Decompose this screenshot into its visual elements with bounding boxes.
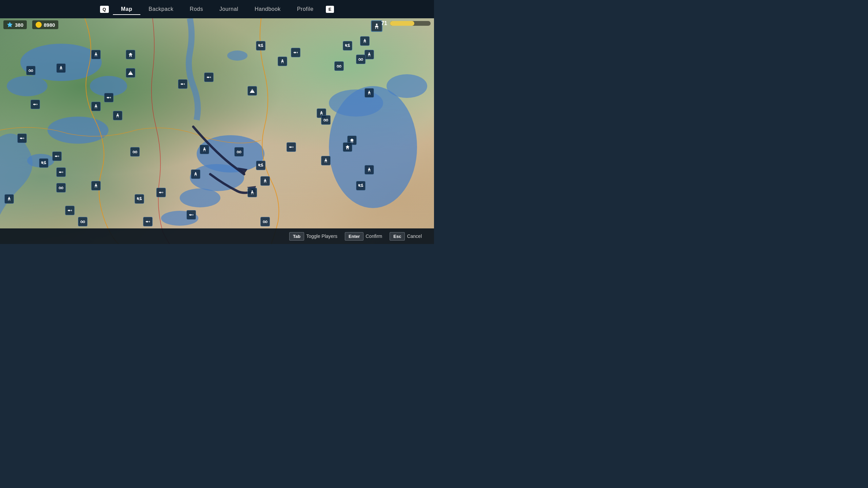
map-icon-fish-23 [186,210,196,220]
svg-point-68 [290,147,291,147]
map-icon-hiker-4 [91,102,101,111]
toggle-players-label: Toggle Players [306,233,337,239]
map-icon-hiker-37 [364,88,374,98]
map-icon-fish-46 [17,134,27,143]
svg-line-111 [253,193,253,194]
svg-point-48 [204,147,205,148]
svg-point-59 [264,179,265,180]
map-icon-binoculars-20 [234,147,244,157]
svg-line-80 [327,161,327,163]
svg-point-47 [160,192,161,192]
svg-line-103 [10,200,10,201]
svg-point-72 [208,77,209,77]
svg-rect-86 [360,185,361,186]
xp-bar-container: 71 [381,20,431,26]
svg-rect-71 [260,45,262,46]
svg-point-15 [387,74,427,98]
svg-line-44 [95,186,95,187]
svg-point-101 [8,197,9,198]
svg-point-96 [295,52,295,53]
svg-point-34 [117,114,118,115]
svg-point-76 [337,65,339,67]
svg-point-69 [324,119,326,121]
map-icon-binoculars-24 [260,217,270,226]
svg-line-95 [370,170,370,171]
svg-point-108 [83,221,85,223]
nav-rods[interactable]: Rods [182,3,211,15]
svg-point-4 [20,44,102,81]
svg-line-19 [62,69,62,70]
svg-line-90 [369,94,369,95]
svg-point-40 [60,171,61,172]
svg-point-78 [326,159,327,160]
nav-backpack[interactable]: Backpack [140,3,181,15]
svg-line-61 [266,182,266,183]
svg-point-16 [227,50,248,61]
svg-rect-58 [260,164,262,166]
svg-line-113 [364,42,364,43]
svg-point-107 [81,221,82,223]
svg-point-33 [108,97,108,98]
map-icon-binoculars-12 [56,183,66,192]
svg-point-112 [364,39,366,40]
map-icon-binoculars-9 [130,147,140,157]
svg-point-106 [21,138,22,138]
svg-line-102 [8,200,8,201]
svg-point-52 [147,221,148,222]
stars-value: 380 [15,22,23,28]
svg-line-74 [282,62,282,63]
svg-line-24 [97,55,97,57]
svg-point-21 [31,70,33,72]
map-icon-binoculars-27 [321,115,331,125]
svg-point-26 [95,104,96,105]
map-icon-cmd-35 [356,181,366,190]
nav-map[interactable]: Map [113,3,141,15]
svg-line-110 [251,193,252,194]
svg-rect-51 [138,198,140,200]
svg-point-56 [237,151,239,153]
map-background [0,18,434,244]
svg-point-77 [339,65,341,67]
svg-line-85 [370,55,370,57]
svg-point-7 [47,117,108,144]
map-icon-fish-3 [31,100,40,109]
level-number: 71 [381,20,387,26]
player-icon [371,20,382,32]
svg-line-50 [205,150,205,151]
map-icon-cmd-28 [256,41,265,50]
map-icon-fish-14 [178,79,188,89]
svg-line-27 [95,107,95,108]
map-icon-fish-18 [143,217,153,226]
svg-line-79 [325,161,326,163]
cancel-label: Cancel [407,233,422,239]
svg-line-54 [195,175,195,176]
map-icon-hiker-19 [191,169,200,179]
nav-journal[interactable]: Journal [211,3,246,15]
map-icon-hiker-2 [91,50,101,59]
map-icon-hiker-8 [113,111,122,120]
svg-point-22 [95,53,96,54]
e-key-badge: E [326,6,334,13]
map-icon-cmd-38 [343,41,352,50]
svg-line-45 [97,186,97,187]
nav-handbook[interactable]: Handbook [246,3,289,15]
svg-point-20 [29,70,31,72]
map-icon-fish-44 [65,206,75,215]
star-icon [7,22,13,28]
svg-point-13 [329,86,417,208]
player-figure-icon [373,23,380,29]
svg-point-17 [61,66,62,67]
coins-display: 8980 [32,20,58,29]
svg-point-43 [95,183,96,184]
nav-profile[interactable]: Profile [289,3,322,15]
svg-line-75 [283,62,283,63]
esc-key-badge: Esc [390,232,405,241]
svg-point-53 [195,172,196,173]
map-icon-hiker-39 [364,165,374,175]
map-icon-hiker-0 [56,63,66,73]
map-icon-hiker-43 [4,194,14,204]
svg-point-70 [326,119,328,121]
svg-line-2 [376,27,376,29]
svg-point-37 [133,151,135,153]
map-container[interactable] [0,18,434,244]
